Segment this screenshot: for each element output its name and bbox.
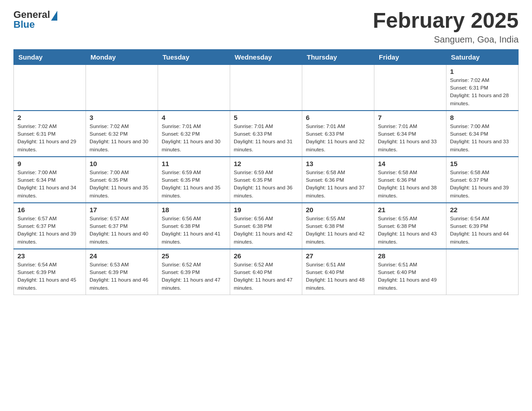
day-info: Sunrise: 6:54 AMSunset: 6:39 PMDaylight:… <box>17 261 82 292</box>
day-number: 9 <box>17 160 82 167</box>
day-number: 6 <box>306 114 370 121</box>
day-number: 17 <box>90 206 154 214</box>
day-info: Sunrise: 7:01 AMSunset: 6:32 PMDaylight:… <box>162 123 226 154</box>
week-row-1: 1Sunrise: 7:02 AMSunset: 6:31 PMDaylight… <box>14 64 519 111</box>
day-info: Sunrise: 6:59 AMSunset: 6:35 PMDaylight:… <box>162 169 226 200</box>
day-info: Sunrise: 7:02 AMSunset: 6:31 PMDaylight:… <box>450 77 515 107</box>
calendar-cell: 15Sunrise: 6:58 AMSunset: 6:37 PMDayligh… <box>446 157 519 203</box>
calendar-cell: 12Sunrise: 6:59 AMSunset: 6:35 PMDayligh… <box>230 157 302 203</box>
day-info: Sunrise: 6:58 AMSunset: 6:37 PMDaylight:… <box>450 169 515 200</box>
day-number: 11 <box>162 160 226 167</box>
day-info: Sunrise: 7:01 AMSunset: 6:33 PMDaylight:… <box>306 123 370 154</box>
day-info: Sunrise: 6:59 AMSunset: 6:35 PMDaylight:… <box>234 169 298 200</box>
day-number: 28 <box>378 252 442 260</box>
day-info: Sunrise: 6:55 AMSunset: 6:38 PMDaylight:… <box>306 215 370 246</box>
day-info: Sunrise: 6:53 AMSunset: 6:39 PMDaylight:… <box>90 261 154 292</box>
calendar-cell: 6Sunrise: 7:01 AMSunset: 6:33 PMDaylight… <box>302 111 374 157</box>
day-info: Sunrise: 7:00 AMSunset: 6:34 PMDaylight:… <box>17 169 82 200</box>
calendar-cell: 11Sunrise: 6:59 AMSunset: 6:35 PMDayligh… <box>158 157 230 203</box>
calendar-cell: 2Sunrise: 7:02 AMSunset: 6:31 PMDaylight… <box>14 111 86 157</box>
week-row-4: 16Sunrise: 6:57 AMSunset: 6:37 PMDayligh… <box>14 203 519 249</box>
calendar-cell <box>158 64 230 111</box>
day-number: 10 <box>90 160 154 167</box>
day-number: 7 <box>378 114 442 121</box>
day-number: 15 <box>450 160 515 167</box>
day-info: Sunrise: 6:52 AMSunset: 6:40 PMDaylight:… <box>234 261 298 292</box>
calendar-cell <box>302 64 374 111</box>
calendar-cell: 9Sunrise: 7:00 AMSunset: 6:34 PMDaylight… <box>14 157 86 203</box>
day-info: Sunrise: 6:51 AMSunset: 6:40 PMDaylight:… <box>306 261 370 292</box>
week-row-3: 9Sunrise: 7:00 AMSunset: 6:34 PMDaylight… <box>14 157 519 203</box>
day-info: Sunrise: 6:52 AMSunset: 6:39 PMDaylight:… <box>162 261 226 292</box>
day-number: 3 <box>90 114 154 121</box>
day-header-friday: Friday <box>374 49 446 64</box>
calendar-cell <box>230 64 302 111</box>
calendar-cell: 10Sunrise: 7:00 AMSunset: 6:35 PMDayligh… <box>86 157 158 203</box>
day-number: 23 <box>17 252 82 260</box>
calendar-cell: 3Sunrise: 7:02 AMSunset: 6:32 PMDaylight… <box>86 111 158 157</box>
calendar-cell: 27Sunrise: 6:51 AMSunset: 6:40 PMDayligh… <box>302 249 374 295</box>
header-row: SundayMondayTuesdayWednesdayThursdayFrid… <box>14 49 519 64</box>
calendar-cell: 16Sunrise: 6:57 AMSunset: 6:37 PMDayligh… <box>14 203 86 249</box>
calendar-cell: 8Sunrise: 7:00 AMSunset: 6:34 PMDaylight… <box>446 111 519 157</box>
calendar-cell: 13Sunrise: 6:58 AMSunset: 6:36 PMDayligh… <box>302 157 374 203</box>
day-header-sunday: Sunday <box>14 49 86 64</box>
day-header-saturday: Saturday <box>446 49 519 64</box>
logo-triangle-icon <box>51 11 57 21</box>
day-info: Sunrise: 6:57 AMSunset: 6:37 PMDaylight:… <box>17 215 82 246</box>
calendar-cell: 18Sunrise: 6:56 AMSunset: 6:38 PMDayligh… <box>158 203 230 249</box>
day-number: 26 <box>234 252 298 260</box>
day-info: Sunrise: 6:58 AMSunset: 6:36 PMDaylight:… <box>378 169 442 200</box>
day-number: 25 <box>162 252 226 260</box>
calendar-cell <box>446 249 519 295</box>
calendar-cell: 1Sunrise: 7:02 AMSunset: 6:31 PMDaylight… <box>446 64 519 111</box>
day-number: 5 <box>234 114 298 121</box>
day-number: 2 <box>17 114 82 121</box>
calendar-table: SundayMondayTuesdayWednesdayThursdayFrid… <box>13 49 519 295</box>
day-header-wednesday: Wednesday <box>230 49 302 64</box>
day-number: 8 <box>450 114 515 121</box>
day-number: 18 <box>162 206 226 214</box>
calendar-cell: 17Sunrise: 6:57 AMSunset: 6:37 PMDayligh… <box>86 203 158 249</box>
day-number: 12 <box>234 160 298 167</box>
calendar-cell: 4Sunrise: 7:01 AMSunset: 6:32 PMDaylight… <box>158 111 230 157</box>
day-info: Sunrise: 7:01 AMSunset: 6:33 PMDaylight:… <box>234 123 298 154</box>
calendar-cell: 21Sunrise: 6:55 AMSunset: 6:38 PMDayligh… <box>374 203 446 249</box>
day-number: 24 <box>90 252 154 260</box>
day-header-tuesday: Tuesday <box>158 49 230 64</box>
day-info: Sunrise: 7:02 AMSunset: 6:32 PMDaylight:… <box>90 123 154 154</box>
day-number: 20 <box>306 206 370 214</box>
day-info: Sunrise: 6:58 AMSunset: 6:36 PMDaylight:… <box>306 169 370 200</box>
day-number: 27 <box>306 252 370 260</box>
day-info: Sunrise: 6:57 AMSunset: 6:37 PMDaylight:… <box>90 215 154 246</box>
day-header-monday: Monday <box>86 49 158 64</box>
calendar-cell: 22Sunrise: 6:54 AMSunset: 6:39 PMDayligh… <box>446 203 519 249</box>
calendar-cell <box>86 64 158 111</box>
day-number: 1 <box>450 68 515 75</box>
day-number: 4 <box>162 114 226 121</box>
calendar-subtitle: Sanguem, Goa, India <box>373 34 519 45</box>
day-header-thursday: Thursday <box>302 49 374 64</box>
week-row-5: 23Sunrise: 6:54 AMSunset: 6:39 PMDayligh… <box>14 249 519 295</box>
day-info: Sunrise: 7:02 AMSunset: 6:31 PMDaylight:… <box>17 123 82 154</box>
calendar-cell: 7Sunrise: 7:01 AMSunset: 6:34 PMDaylight… <box>374 111 446 157</box>
week-row-2: 2Sunrise: 7:02 AMSunset: 6:31 PMDaylight… <box>14 111 519 157</box>
calendar-cell: 20Sunrise: 6:55 AMSunset: 6:38 PMDayligh… <box>302 203 374 249</box>
title-area: February 2025 Sanguem, Goa, India <box>373 9 519 45</box>
day-number: 13 <box>306 160 370 167</box>
day-number: 21 <box>378 206 442 214</box>
day-info: Sunrise: 7:00 AMSunset: 6:35 PMDaylight:… <box>90 169 154 200</box>
calendar-cell: 14Sunrise: 6:58 AMSunset: 6:36 PMDayligh… <box>374 157 446 203</box>
calendar-title: February 2025 <box>373 9 519 33</box>
calendar-cell: 23Sunrise: 6:54 AMSunset: 6:39 PMDayligh… <box>14 249 86 295</box>
day-info: Sunrise: 6:51 AMSunset: 6:40 PMDaylight:… <box>378 261 442 292</box>
day-number: 16 <box>17 206 82 214</box>
day-number: 19 <box>234 206 298 214</box>
day-info: Sunrise: 7:01 AMSunset: 6:34 PMDaylight:… <box>378 123 442 154</box>
calendar-cell: 19Sunrise: 6:56 AMSunset: 6:38 PMDayligh… <box>230 203 302 249</box>
calendar-cell: 24Sunrise: 6:53 AMSunset: 6:39 PMDayligh… <box>86 249 158 295</box>
day-info: Sunrise: 7:00 AMSunset: 6:34 PMDaylight:… <box>450 123 515 154</box>
calendar-cell: 25Sunrise: 6:52 AMSunset: 6:39 PMDayligh… <box>158 249 230 295</box>
logo: General Blue <box>13 9 57 30</box>
day-info: Sunrise: 6:56 AMSunset: 6:38 PMDaylight:… <box>234 215 298 246</box>
